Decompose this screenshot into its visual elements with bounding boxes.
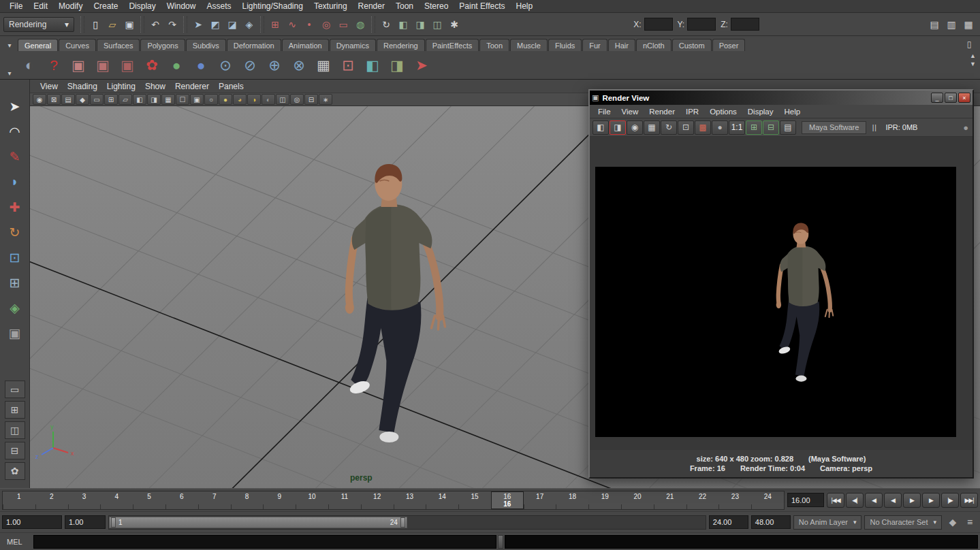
maximize-button[interactable]: □ [945, 93, 957, 103]
field-chart-icon[interactable]: ▦ [161, 94, 175, 105]
wireframe-mode-icon[interactable]: ○ [204, 94, 218, 105]
show-manipulator-tool-icon[interactable]: ◈ [3, 296, 27, 319]
animation-end-field[interactable]: 48.00 [751, 515, 791, 529]
highlight-selection-icon[interactable]: ◈ [241, 16, 257, 33]
heads-up-display-icon[interactable]: ⊟ [304, 94, 318, 105]
trash-icon[interactable]: ▯ [964, 39, 975, 49]
menu-item[interactable]: Assets [201, 0, 236, 12]
menu-item[interactable]: File [4, 0, 28, 12]
panel-menu-item[interactable]: Show [140, 82, 170, 91]
render-view-menu-item[interactable]: Render [644, 108, 680, 116]
construction-history-icon[interactable]: ↻ [378, 16, 394, 33]
render-view-menu-item[interactable]: Help [779, 108, 806, 116]
ipr-render-icon[interactable]: ▦ [644, 120, 660, 135]
menu-item[interactable]: Edit [28, 0, 53, 12]
soft-modification-tool-icon[interactable]: ◗ [3, 170, 27, 193]
time-slider[interactable]: 16 1234567891011121314151617181920212223… [2, 491, 785, 510]
layout-persp-panels-icon[interactable]: ⊟ [5, 442, 25, 459]
render-view-menu-item[interactable]: View [616, 108, 644, 116]
shelf-tabs-menu-icon[interactable]: ▾ [4, 42, 15, 49]
go-to-start-button[interactable]: |◀◀ [827, 493, 844, 508]
panel-menu-item[interactable]: Lighting [102, 82, 140, 91]
shelf-tab[interactable]: Surfaces [97, 39, 140, 51]
node-network-icon[interactable]: ⊕ [263, 54, 286, 77]
camera-aim-up-icon[interactable]: ▣ [116, 54, 139, 77]
camera-aim-icon[interactable]: ▣ [91, 54, 114, 77]
select-by-component-icon[interactable]: ◪ [224, 16, 240, 33]
attribute-editor-toggle-icon[interactable]: ▤ [926, 16, 943, 33]
shadows-icon[interactable]: ◐ [262, 94, 275, 105]
auto-keyframe-icon[interactable]: ◆ [945, 514, 961, 530]
textured-mode-icon[interactable]: ◕ [233, 94, 247, 105]
range-start-handle[interactable] [111, 517, 116, 528]
menu-item[interactable]: Lighting/Shading [236, 0, 308, 12]
scale-tool-icon[interactable]: ⊡ [3, 246, 27, 269]
safe-title-icon[interactable]: ▣ [190, 94, 204, 105]
layout-single-pane-icon[interactable]: ▭ [5, 381, 25, 398]
animation-start-field[interactable]: 1.00 [2, 515, 62, 529]
snap-to-point-icon[interactable]: • [301, 16, 317, 33]
menu-set-selector[interactable]: Rendering ▾ [3, 17, 74, 32]
go-to-end-button[interactable]: ▶▶| [960, 493, 978, 508]
shelf-tab[interactable]: PaintEffects [426, 39, 479, 51]
lasso-tool-icon[interactable]: ◠ [3, 120, 27, 143]
step-forward-key-button[interactable]: |▶ [941, 493, 959, 508]
shelf-tab[interactable]: Dynamics [330, 39, 376, 51]
rotate-tool-icon[interactable]: ↻ [3, 221, 27, 244]
shelf-tab[interactable]: Fluids [548, 39, 582, 51]
minimize-button[interactable]: _ [931, 93, 943, 103]
snapshot-icon[interactable]: ◉ [627, 120, 643, 135]
layout-persp-outliner-icon[interactable]: ◫ [5, 421, 25, 439]
shelf-tab[interactable]: Custom [672, 39, 712, 51]
keep-image-icon[interactable]: ⊞ [746, 120, 762, 135]
nurbs-sphere-icon[interactable]: ● [165, 54, 188, 77]
render-view-menu-item[interactable]: Options [704, 108, 742, 116]
menu-item[interactable]: Paint Effects [454, 0, 510, 12]
shelf-tab[interactable]: nCloth [636, 39, 671, 51]
render-settings-icon[interactable]: ✱ [446, 16, 462, 33]
range-end-handle[interactable] [400, 517, 405, 528]
shelf-tab[interactable]: Polygons [140, 39, 185, 51]
open-render-view-icon[interactable]: ◧ [395, 16, 411, 33]
select-tool-icon[interactable]: ➤ [3, 95, 27, 118]
image-plane-icon[interactable]: ▭ [90, 94, 104, 105]
gate-mask-icon[interactable]: ◨ [147, 94, 161, 105]
make-live-icon[interactable]: ◍ [352, 16, 368, 33]
render-view-canvas[interactable] [590, 137, 973, 450]
xray-mode-icon[interactable]: ◫ [276, 94, 289, 105]
play-backward-button[interactable]: ◀ [884, 493, 902, 508]
shelf-tab[interactable]: Animation [282, 39, 329, 51]
set-driven-key-icon[interactable]: ⊡ [336, 54, 360, 77]
menu-item[interactable]: Toon [390, 0, 419, 12]
shelf-tab[interactable]: Deformation [227, 39, 281, 51]
smooth-shade-mode-icon[interactable]: ● [219, 94, 232, 105]
menu-item[interactable]: Create [88, 0, 123, 12]
all-lights-icon[interactable]: ◑ [247, 94, 261, 105]
snap-to-view-plane-icon[interactable]: ▭ [335, 16, 351, 33]
layout-paint-swirl-icon[interactable]: ✿ [5, 462, 25, 480]
render-view-titlebar[interactable]: ▣ Render View _□× [590, 91, 973, 105]
y-coordinate-input[interactable] [687, 18, 716, 31]
open-scene-icon[interactable]: ▱ [104, 16, 121, 33]
open-render-settings-icon[interactable]: ▤ [780, 120, 796, 135]
shelf-tab[interactable]: General [18, 39, 58, 51]
alpha-channel-icon[interactable]: ● [712, 120, 728, 135]
shelf-tab[interactable]: Rendering [377, 39, 425, 51]
node-chain-icon[interactable]: ⊗ [287, 54, 311, 77]
step-back-key-button[interactable]: ◀| [846, 493, 864, 508]
scroll-up-icon[interactable]: ▲ [970, 52, 976, 59]
panel-menu-item[interactable]: Renderer [170, 82, 214, 91]
poly-sphere-icon[interactable]: ● [189, 54, 212, 77]
help-question-icon[interactable]: ? [42, 54, 65, 77]
one-to-one-icon[interactable]: 1:1 [729, 120, 745, 135]
animation-preferences-icon[interactable]: ≡ [962, 514, 978, 530]
character-model[interactable] [345, 164, 445, 442]
snap-to-projected-center-icon[interactable]: ◎ [318, 16, 334, 33]
share-view-icon[interactable]: ∗ [319, 94, 332, 105]
playback-range-bar[interactable]: 1 24 [109, 517, 407, 528]
film-gate-icon[interactable]: ▱ [118, 94, 132, 105]
render-current-frame-icon[interactable]: ◨ [412, 16, 428, 33]
tool-settings-toggle-icon[interactable]: ▥ [943, 16, 960, 33]
ipr-render-icon[interactable]: ◫ [429, 16, 445, 33]
step-forward-frame-button[interactable]: ▶ [922, 493, 940, 508]
